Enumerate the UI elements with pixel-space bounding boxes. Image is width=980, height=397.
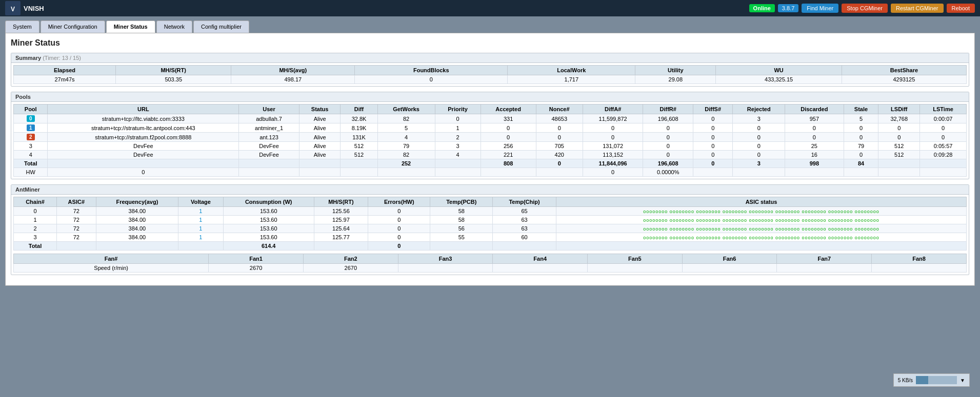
pool-cell-discarded: 0 bbox=[785, 123, 844, 133]
pool-cell-url: stratum+tcp://stratum.f2pool.com:8888 bbox=[48, 133, 239, 142]
pool-cell-lsdiff bbox=[878, 159, 920, 168]
pool-row: HW000.0000% bbox=[14, 168, 967, 177]
tab-system[interactable]: System bbox=[5, 20, 39, 33]
pool-badge: 1 bbox=[27, 124, 35, 131]
am-col-temp-chip: Temp(Chip) bbox=[493, 197, 556, 207]
pool-cell-rejected: 0 bbox=[733, 133, 785, 142]
pool-cell-pool: 1 bbox=[14, 123, 48, 133]
pool-cell-lsdiff: 512 bbox=[878, 142, 920, 151]
tab-miner-status[interactable]: Miner Status bbox=[106, 20, 155, 33]
pool-cell-diffa: 11,599,872 bbox=[583, 114, 643, 123]
tab-miner-config[interactable]: Miner Configuration bbox=[41, 20, 105, 33]
col-elapsed: Elapsed bbox=[14, 66, 116, 75]
pool-row: Total252808011,844,096196,6080399884 bbox=[14, 159, 967, 168]
pool-cell-stale: 5 bbox=[844, 114, 878, 123]
pool-cell-priority bbox=[435, 159, 481, 168]
version-badge: 3.8.7 bbox=[778, 4, 798, 12]
am-col-mhrt: MH/S(RT) bbox=[314, 197, 368, 207]
val-utility: 29.08 bbox=[635, 75, 716, 84]
tab-config-mult[interactable]: Config multiplier bbox=[193, 20, 249, 33]
am-cell-asic bbox=[56, 242, 96, 250]
pool-cell-accepted: 331 bbox=[481, 114, 536, 123]
am-cell-asic-status: oooooooo oooooooo oooooooo oooooooo oooo… bbox=[556, 233, 967, 242]
fan-col-7: Fan7 bbox=[777, 254, 872, 264]
am-cell-voltage: 1 bbox=[178, 224, 224, 233]
pool-cell-rejected bbox=[733, 168, 785, 177]
am-cell-temp_chip: 63 bbox=[493, 224, 556, 233]
pool-col-url: URL bbox=[48, 105, 239, 114]
am-cell-consumption: 153.60 bbox=[223, 233, 314, 242]
tab-network[interactable]: Network bbox=[156, 20, 192, 33]
am-cell-mhrt: 125.64 bbox=[314, 224, 368, 233]
pool-col-diff: Diff bbox=[341, 105, 377, 114]
network-arrow-down: ▼ bbox=[960, 378, 965, 383]
pool-col-diffs: DiffS# bbox=[693, 105, 733, 114]
fan7-speed bbox=[777, 264, 872, 273]
pools-content: Pool URL User Status Diff GetWorks Prior… bbox=[11, 102, 969, 179]
am-cell-mhrt: 125.97 bbox=[314, 216, 368, 224]
am-cell-temp_chip: 63 bbox=[493, 216, 556, 224]
fan-table: Fan# Fan1 Fan2 Fan3 Fan4 Fan5 Fan6 Fan7 … bbox=[13, 254, 967, 273]
pool-cell-discarded bbox=[785, 168, 844, 177]
am-cell-asic: 72 bbox=[56, 224, 96, 233]
pool-cell-diffs: 0 bbox=[693, 114, 733, 123]
restart-cgminer-button[interactable]: Restart CGMiner bbox=[891, 4, 944, 13]
reboot-button[interactable]: Reboot bbox=[947, 4, 975, 13]
pool-cell-diff bbox=[341, 159, 377, 168]
am-col-asic: ASIC# bbox=[56, 197, 96, 207]
pool-badge: 2 bbox=[27, 134, 35, 140]
val-foundblocks: 0 bbox=[355, 75, 508, 84]
asic-dots: oooooooo oooooooo oooooooo oooooooo oooo… bbox=[643, 226, 879, 232]
pool-cell-lsdiff: 512 bbox=[878, 151, 920, 159]
content-panel: Miner Status Summary (Timer: 13 / 15) El… bbox=[5, 33, 975, 286]
summary-section: Summary (Timer: 13 / 15) Elapsed MH/S(RT… bbox=[11, 53, 969, 87]
pool-cell-getworks: 252 bbox=[377, 159, 435, 168]
antminer-row: Total614.40 bbox=[14, 242, 967, 250]
pool-cell-diffr: 0 bbox=[643, 133, 693, 142]
pool-col-rejected: Rejected bbox=[733, 105, 785, 114]
pool-cell-user: ant.123 bbox=[239, 133, 299, 142]
fan5-speed bbox=[588, 264, 683, 273]
pool-cell-user: DevFee bbox=[239, 142, 299, 151]
am-col-temp-pcb: Temp(PCB) bbox=[430, 197, 493, 207]
pool-cell-discarded: 0 bbox=[785, 133, 844, 142]
antminer-row: 372384.001153.60125.7705560oooooooo oooo… bbox=[14, 233, 967, 242]
summary-table: Elapsed MH/S(RT) MH/S(avg) FoundBlocks L… bbox=[13, 65, 967, 84]
am-col-chain: Chain# bbox=[14, 197, 57, 207]
pool-cell-url: DevFee bbox=[48, 151, 239, 159]
am-cell-chain: 0 bbox=[14, 207, 57, 216]
pool-cell-diffs: 0 bbox=[693, 133, 733, 142]
pool-cell-rejected: 3 bbox=[733, 159, 785, 168]
col-bestshare: BestShare bbox=[842, 66, 966, 75]
fan-col-3: Fan3 bbox=[398, 254, 493, 264]
find-miner-button[interactable]: Find Miner bbox=[802, 4, 838, 13]
pool-col-priority: Priority bbox=[435, 105, 481, 114]
pool-cell-rejected: 3 bbox=[733, 114, 785, 123]
tab-bar: System Miner Configuration Miner Status … bbox=[5, 20, 975, 33]
am-cell-voltage: 1 bbox=[178, 207, 224, 216]
col-mhrt: MH/S(RT) bbox=[116, 66, 231, 75]
fan-col-5: Fan5 bbox=[588, 254, 683, 264]
pool-cell-url: DevFee bbox=[48, 142, 239, 151]
pool-cell-user bbox=[239, 159, 299, 168]
pool-cell-nonce bbox=[536, 168, 583, 177]
pool-row: 0stratum+tcp://ltc.viabtc.com:3333adbull… bbox=[14, 114, 967, 123]
col-utility: Utility bbox=[635, 66, 716, 75]
pool-cell-nonce: 420 bbox=[536, 151, 583, 159]
page-title: Miner Status bbox=[11, 38, 969, 48]
am-cell-freq: 384.00 bbox=[96, 233, 178, 242]
pool-cell-diffs: 0 bbox=[693, 159, 733, 168]
pool-cell-user: antminer_1 bbox=[239, 123, 299, 133]
pool-cell-nonce: 0 bbox=[536, 123, 583, 133]
pool-cell-accepted: 0 bbox=[481, 123, 536, 133]
pool-col-status: Status bbox=[299, 105, 341, 114]
stop-cgminer-button[interactable]: Stop CGMiner bbox=[842, 4, 888, 13]
logo: V VNISH bbox=[5, 1, 44, 15]
pool-cell-diffa: 0 bbox=[583, 123, 643, 133]
pool-col-user: User bbox=[239, 105, 299, 114]
pool-cell-diff: 512 bbox=[341, 151, 377, 159]
pool-cell-priority: 1 bbox=[435, 123, 481, 133]
pool-cell-user bbox=[239, 168, 299, 177]
network-widget: 5 KB/s ▼ bbox=[893, 373, 970, 387]
val-elapsed: 27m47s bbox=[14, 75, 116, 84]
